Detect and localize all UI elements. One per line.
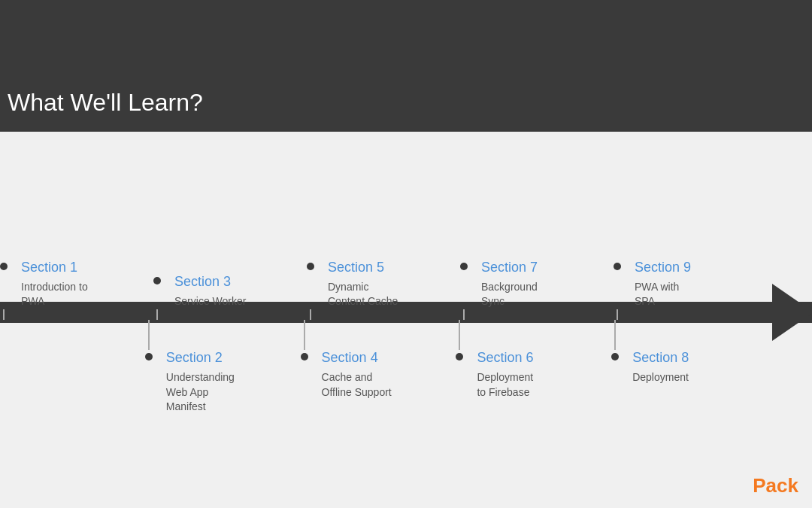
section-8-desc: Deployment <box>622 370 767 385</box>
section-3-title: Section 3 <box>164 274 307 290</box>
section-1-dot <box>0 263 8 270</box>
sections-top: Section 1 Introduction toPWA Section 3 S… <box>0 132 767 320</box>
section-6-desc: Deploymentto Firebase <box>466 370 611 400</box>
section-8-dot <box>611 353 619 360</box>
section-5-desc: DynamicContent Cache <box>317 280 460 309</box>
section-9-desc: PWA withSPA <box>624 280 767 309</box>
section-7-title: Section 7 <box>471 260 614 275</box>
section-3-desc: Service Worker <box>164 294 307 309</box>
section-7-dot <box>460 263 468 270</box>
section-4-title: Section 4 <box>311 350 456 366</box>
section-8-item: Section 8 Deployment <box>611 350 767 385</box>
section-4-desc: Cache andOffline Support <box>311 370 456 400</box>
section-7-desc: BackgroundSync <box>471 280 614 309</box>
section-4-item: Section 4 Cache andOffline Support <box>301 350 456 400</box>
section-1-title: Section 1 <box>11 260 153 275</box>
header: What We'll Learn? <box>0 0 812 132</box>
sections-bottom: Section 2 UnderstandingWeb AppManifest S… <box>0 320 767 508</box>
section-3-dot <box>153 277 161 284</box>
section-9-title: Section 9 <box>624 260 767 275</box>
section-6-item: Section 6 Deploymentto Firebase <box>456 350 611 400</box>
section-9-dot <box>614 263 621 270</box>
section-2-desc: UnderstandingWeb AppManifest <box>156 370 301 415</box>
section-2-title: Section 2 <box>156 350 301 366</box>
section-6-title: Section 6 <box>466 350 611 366</box>
section-8-title: Section 8 <box>622 350 767 366</box>
section-2-dot <box>145 353 153 360</box>
page-title: What We'll Learn? <box>8 89 203 117</box>
section-2-item: Section 2 UnderstandingWeb AppManifest <box>145 350 301 415</box>
packt-logo: Pack <box>753 474 798 497</box>
section-5-title: Section 5 <box>317 260 460 275</box>
section-9-item: Section 9 PWA withSPA <box>614 260 767 309</box>
section-3-item: Section 3 Service Worker <box>153 274 307 309</box>
section-6-dot <box>456 353 463 360</box>
section-5-item: Section 5 DynamicContent Cache <box>307 260 460 309</box>
section-4-dot <box>301 353 308 360</box>
section-5-dot <box>307 263 314 270</box>
section-7-item: Section 7 BackgroundSync <box>460 260 614 309</box>
section-1-item: Section 1 Introduction toPWA <box>0 260 153 309</box>
section-1-desc: Introduction toPWA <box>11 280 153 309</box>
content-area: Section 1 Introduction toPWA Section 3 S… <box>0 132 812 508</box>
